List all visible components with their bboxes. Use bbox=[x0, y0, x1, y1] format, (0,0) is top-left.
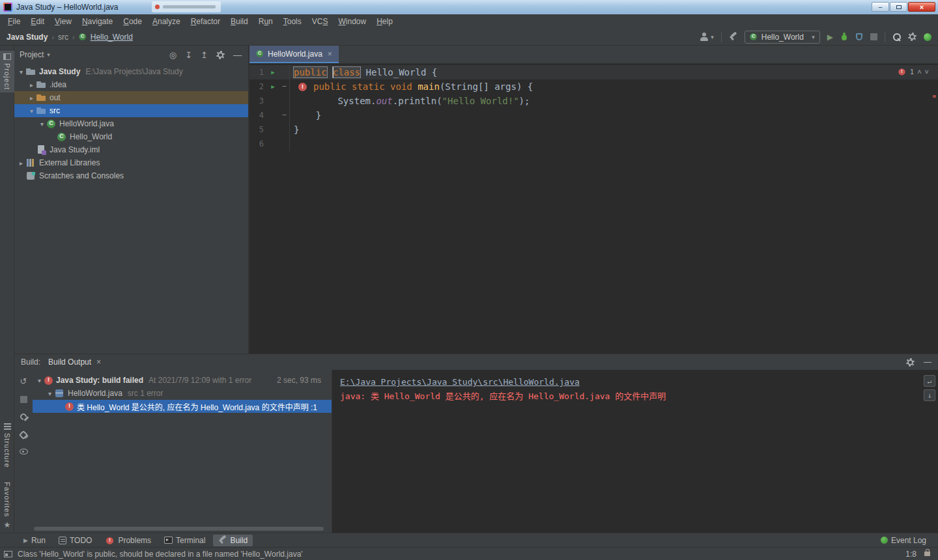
tool-tab-label: Build bbox=[230, 536, 248, 545]
breadcrumb-item-hello-world[interactable]: Hello_World bbox=[91, 33, 133, 42]
menu-tools[interactable]: Tools bbox=[278, 15, 307, 28]
chevron-down-icon[interactable]: ▾ bbox=[17, 68, 25, 76]
menu-analyze[interactable]: Analyze bbox=[147, 15, 186, 28]
menu-run[interactable]: Run bbox=[253, 15, 278, 28]
code-line-1[interactable]: 1▶public class Hello_World { bbox=[249, 65, 938, 79]
menu-navigate[interactable]: Navigate bbox=[77, 15, 118, 28]
pin-tab-icon[interactable] bbox=[20, 431, 27, 439]
horizontal-scrollbar[interactable] bbox=[34, 527, 324, 531]
menu-file[interactable]: File bbox=[3, 15, 25, 28]
caret-position[interactable]: 1:8 bbox=[905, 550, 917, 559]
user-menu[interactable]: ▾ bbox=[700, 33, 714, 41]
settings-gear-icon[interactable] bbox=[908, 33, 917, 41]
build-wrench-icon[interactable] bbox=[20, 413, 28, 421]
ide-status-ball-icon[interactable] bbox=[924, 33, 931, 41]
fold-icon[interactable]: − bbox=[279, 79, 290, 94]
menu-build[interactable]: Build bbox=[225, 15, 253, 28]
menu-view[interactable]: View bbox=[50, 15, 77, 28]
breadcrumb-item-src[interactable]: src bbox=[58, 33, 68, 42]
search-everywhere-icon[interactable] bbox=[892, 33, 901, 41]
project-row-idea[interactable]: ▸.idea bbox=[14, 78, 248, 91]
project-row-helloworld-java[interactable]: ▾HelloWorld.java bbox=[14, 117, 248, 130]
chevron-down-icon[interactable]: ▾ bbox=[38, 120, 46, 128]
project-row-src[interactable]: ▾src bbox=[14, 104, 248, 117]
stripe-tab-project[interactable]: Project bbox=[0, 51, 14, 92]
build-row-module[interactable]: ▾HelloWorld.javasrc 1 error bbox=[33, 387, 332, 400]
rerun-build-icon[interactable]: ↺ bbox=[20, 376, 27, 386]
toolwindow-switcher-icon[interactable] bbox=[4, 551, 12, 557]
stripe-tab-structure[interactable]: Structure bbox=[0, 421, 14, 471]
hide-panel-icon[interactable]: — bbox=[233, 50, 242, 60]
expand-all-icon[interactable]: ↧ bbox=[185, 50, 192, 60]
project-row-out[interactable]: ▸out bbox=[14, 91, 248, 104]
panel-settings-gear-icon[interactable] bbox=[216, 51, 225, 59]
prev-problem-icon[interactable]: ˄ bbox=[917, 68, 921, 76]
chevron-right-icon[interactable]: ▸ bbox=[27, 94, 36, 102]
build-console[interactable]: E:\Java Projects\Java Study\src\HelloWor… bbox=[332, 370, 938, 533]
collapse-all-icon[interactable]: ↥ bbox=[201, 50, 208, 60]
code-line-2[interactable]: 2▶−public static void main(String[] args… bbox=[249, 79, 938, 94]
menu-vcs[interactable]: VCS bbox=[307, 15, 334, 28]
project-row-external-libraries[interactable]: ▸External Libraries bbox=[14, 156, 248, 169]
coverage-icon[interactable] bbox=[855, 33, 863, 41]
code-line-6[interactable]: 6 bbox=[249, 137, 938, 151]
run-configuration-select[interactable]: Hello_World ▾ bbox=[745, 31, 820, 44]
build-output-tab[interactable]: Build Output × bbox=[48, 357, 101, 367]
chevron-down-icon[interactable]: ▾ bbox=[46, 390, 54, 397]
hide-panel-icon[interactable]: — bbox=[924, 357, 931, 367]
run-icon[interactable]: ▶ bbox=[827, 33, 833, 41]
chevron-down-icon[interactable]: ▾ bbox=[35, 377, 44, 384]
project-row-java-study-iml[interactable]: Java Study.iml bbox=[14, 143, 248, 156]
menu-window[interactable]: Window bbox=[333, 15, 371, 28]
chevron-down-icon[interactable]: ▾ bbox=[27, 107, 36, 115]
tab-close-icon[interactable]: × bbox=[96, 357, 101, 367]
minimize-button[interactable]: – bbox=[872, 2, 889, 12]
tool-tab-terminal[interactable]: Terminal bbox=[159, 535, 210, 546]
tool-tab-build[interactable]: Build bbox=[213, 535, 253, 546]
tool-tab-todo[interactable]: TODO bbox=[53, 535, 97, 546]
run-gutter-icon[interactable]: ▶ bbox=[266, 83, 279, 90]
locate-file-icon[interactable]: ◎ bbox=[169, 50, 177, 60]
code-editor[interactable]: 1▶public class Hello_World {2▶−public st… bbox=[249, 64, 938, 354]
tool-tab-run[interactable]: ▶Run bbox=[18, 535, 51, 546]
lock-icon[interactable] bbox=[924, 552, 930, 556]
error-stripe-mark[interactable] bbox=[933, 95, 936, 98]
build-project-icon[interactable] bbox=[729, 33, 737, 41]
code-line-3[interactable]: 3 System.out.println("Hello World!"); bbox=[249, 94, 938, 108]
build-row-root[interactable]: ▾Java Study: build failedAt 2021/7/9 12:… bbox=[33, 374, 332, 387]
stripe-tab-favorites[interactable]: Favorites ★ bbox=[0, 479, 14, 532]
menu-help[interactable]: Help bbox=[371, 15, 398, 28]
code-line-5[interactable]: 5} bbox=[249, 122, 938, 137]
stop-icon[interactable] bbox=[870, 33, 877, 40]
menu-refactor[interactable]: Refactor bbox=[186, 15, 225, 28]
chevron-right-icon[interactable]: ▸ bbox=[17, 160, 25, 167]
scroll-to-end-icon[interactable]: ↓ bbox=[924, 389, 935, 401]
project-row-scratches[interactable]: Scratches and Consoles bbox=[14, 169, 248, 182]
maximize-button[interactable] bbox=[890, 2, 907, 12]
stop-build-icon[interactable] bbox=[20, 396, 27, 403]
project-row-hello-world-class[interactable]: Hello_World bbox=[14, 130, 248, 143]
fold-icon[interactable]: − bbox=[279, 108, 290, 122]
file-link[interactable]: E:\Java Projects\Java Study\src\HelloWor… bbox=[340, 377, 580, 387]
menu-edit[interactable]: Edit bbox=[25, 15, 50, 28]
code-line-4[interactable]: 4− } bbox=[249, 108, 938, 122]
chevron-down-icon[interactable]: ▾ bbox=[47, 51, 50, 58]
close-button[interactable]: × bbox=[908, 2, 935, 12]
soft-wrap-icon[interactable]: ↵ bbox=[924, 375, 935, 387]
tab-close-icon[interactable]: × bbox=[328, 49, 332, 59]
project-panel-title[interactable]: Project bbox=[20, 50, 44, 59]
project-row-java-study[interactable]: ▾Java StudyE:\Java Projects\Java Study bbox=[14, 65, 248, 78]
tool-tab-problems[interactable]: Problems bbox=[100, 535, 156, 546]
build-settings-gear-icon[interactable] bbox=[906, 358, 915, 367]
run-gutter-icon[interactable]: ▶ bbox=[266, 69, 279, 76]
next-problem-icon[interactable]: ˅ bbox=[925, 68, 929, 76]
breadcrumb-item-java-study[interactable]: Java Study bbox=[7, 33, 48, 42]
inspect-eye-icon[interactable] bbox=[20, 449, 28, 455]
editor-tab-helloworld[interactable]: HelloWorld.java × bbox=[249, 46, 339, 63]
debug-icon[interactable] bbox=[840, 33, 848, 41]
menu-code[interactable]: Code bbox=[118, 15, 147, 28]
chevron-right-icon[interactable]: ▸ bbox=[27, 81, 36, 89]
build-row-error[interactable]: 类 Hello_World 是公共的, 应在名为 Hello_World.jav… bbox=[33, 400, 332, 413]
tool-tab-event-log[interactable]: Event Log bbox=[875, 535, 931, 546]
inspection-widget[interactable]: 1 ˄ ˅ bbox=[897, 67, 929, 76]
